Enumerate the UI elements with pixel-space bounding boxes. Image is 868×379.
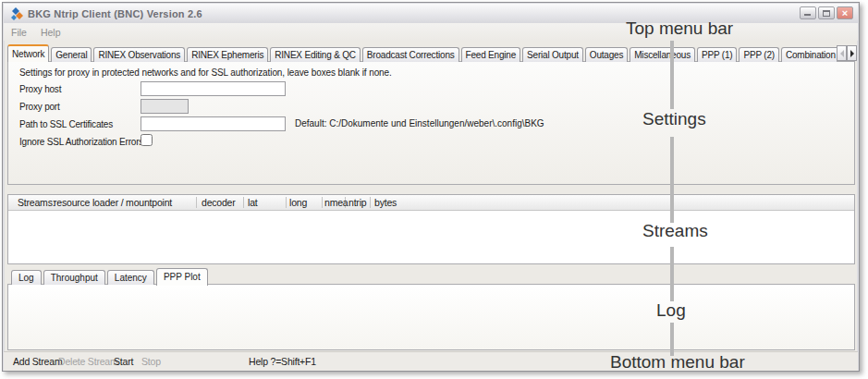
annotation-top-menu-bar: Top menu bar bbox=[626, 18, 733, 39]
annotation-settings: Settings bbox=[642, 109, 706, 129]
column-header-long[interactable]: long bbox=[289, 197, 307, 208]
action-stop: Stop bbox=[141, 356, 161, 367]
tab-combination[interactable]: Combination bbox=[781, 47, 837, 62]
column-separator bbox=[243, 197, 244, 208]
proxy-host-label: Proxy host bbox=[19, 84, 61, 94]
maximize-icon bbox=[823, 10, 830, 17]
help-hint-label: Help ?=Shift+F1 bbox=[249, 356, 316, 367]
ssl-certificates-path-input[interactable] bbox=[141, 116, 286, 131]
annotation-line bbox=[670, 323, 674, 356]
column-header-nmea[interactable]: nmea bbox=[324, 197, 348, 208]
tab-scroll-right-button[interactable] bbox=[847, 45, 857, 61]
proxy-host-input[interactable] bbox=[141, 81, 286, 96]
ssl-default-path-text: Default: C:/Dokumente und Einstellungen/… bbox=[295, 118, 544, 128]
column-separator bbox=[322, 197, 323, 208]
log-tab-latency[interactable]: Latency bbox=[107, 270, 154, 285]
log-tab-bar: LogThroughputLatencyPPP Plot bbox=[7, 266, 210, 285]
log-tab-ppp-plot[interactable]: PPP Plot bbox=[156, 268, 208, 286]
menu-item-file[interactable]: File bbox=[11, 27, 27, 38]
tab-rinex-ephemeris[interactable]: RINEX Ephemeris bbox=[187, 47, 268, 62]
annotation-line bbox=[670, 137, 674, 223]
column-header-lat[interactable]: lat bbox=[248, 197, 258, 208]
annotation-bottom-menu-bar: Bottom menu bar bbox=[610, 352, 745, 373]
tab-ppp-1[interactable]: PPP (1) bbox=[697, 47, 737, 62]
action-delete-stream: Delete Stream bbox=[58, 356, 118, 367]
tab-scroll-left-button[interactable] bbox=[837, 45, 847, 61]
column-separator bbox=[370, 197, 371, 208]
column-header-resource-loader-mountpoint[interactable]: resource loader / mountpoint bbox=[54, 197, 172, 208]
menu-item-help[interactable]: Help bbox=[41, 27, 61, 38]
ignore-ssl-errors-checkbox[interactable] bbox=[141, 134, 153, 146]
network-settings-panel: Settings for proxy in protected networks… bbox=[7, 61, 855, 185]
main-tab-bar: NetworkGeneralRINEX ObservationsRINEX Ep… bbox=[7, 43, 837, 62]
maximize-button[interactable] bbox=[818, 6, 835, 19]
ssl-path-label: Path to SSL Certificates bbox=[19, 119, 113, 129]
bnc-logo-icon bbox=[10, 7, 23, 20]
tab-rinex-editing-qc[interactable]: RINEX Editing & QC bbox=[270, 47, 361, 62]
streams-label: Streams: bbox=[18, 197, 55, 208]
close-button[interactable]: × bbox=[837, 6, 853, 19]
annotation-log: Log bbox=[656, 300, 686, 321]
column-header-bytes[interactable]: bytes bbox=[374, 197, 397, 208]
tab-feed-engine[interactable]: Feed Engine bbox=[461, 47, 521, 62]
left-arrow-icon bbox=[840, 50, 844, 57]
ignore-ssl-errors-label: Ignore SSL Authorization Errors bbox=[19, 137, 143, 147]
column-header-decoder[interactable]: decoder bbox=[202, 197, 236, 208]
bnc-application-window: BKG Ntrip Client (BNC) Version 2.6 × Fil… bbox=[2, 2, 860, 372]
tab-network[interactable]: Network bbox=[7, 44, 49, 62]
tab-scrollers bbox=[837, 45, 857, 61]
window-controls: × bbox=[800, 6, 853, 19]
log-content-panel bbox=[7, 284, 855, 350]
annotation-line bbox=[670, 247, 674, 301]
tab-serial-output[interactable]: Serial Output bbox=[522, 47, 583, 62]
tab-miscellaneous[interactable]: Miscellaneous bbox=[630, 47, 695, 62]
right-arrow-icon bbox=[850, 50, 854, 57]
action-start[interactable]: Start bbox=[114, 356, 133, 367]
proxy-port-label: Proxy port bbox=[19, 102, 60, 112]
proxy-port-input bbox=[141, 99, 189, 114]
tab-ppp-2[interactable]: PPP (2) bbox=[739, 47, 778, 62]
tab-rinex-observations[interactable]: RINEX Observations bbox=[93, 47, 185, 62]
minimize-button[interactable] bbox=[800, 6, 816, 19]
close-icon: × bbox=[837, 7, 852, 18]
column-separator bbox=[196, 197, 197, 208]
tab-outages[interactable]: Outages bbox=[585, 47, 628, 62]
settings-info-text: Settings for proxy in protected networks… bbox=[19, 67, 392, 78]
action-add-stream[interactable]: Add Stream bbox=[13, 356, 62, 367]
column-separator bbox=[286, 197, 287, 208]
column-header-ntrip[interactable]: ntrip bbox=[348, 197, 366, 208]
tab-broadcast-corrections[interactable]: Broadcast Corrections bbox=[362, 47, 459, 62]
streams-table-header: Streams: resource loader / mountpointdec… bbox=[8, 195, 854, 211]
streams-table: Streams: resource loader / mountpointdec… bbox=[7, 194, 855, 264]
window-title: BKG Ntrip Client (BNC) Version 2.6 bbox=[28, 8, 202, 19]
tab-general[interactable]: General bbox=[51, 47, 92, 62]
annotation-line bbox=[670, 41, 674, 109]
log-tab-throughput[interactable]: Throughput bbox=[43, 270, 105, 285]
minimize-icon bbox=[804, 14, 811, 16]
annotation-streams: Streams bbox=[642, 221, 708, 241]
log-tab-log[interactable]: Log bbox=[11, 270, 42, 285]
